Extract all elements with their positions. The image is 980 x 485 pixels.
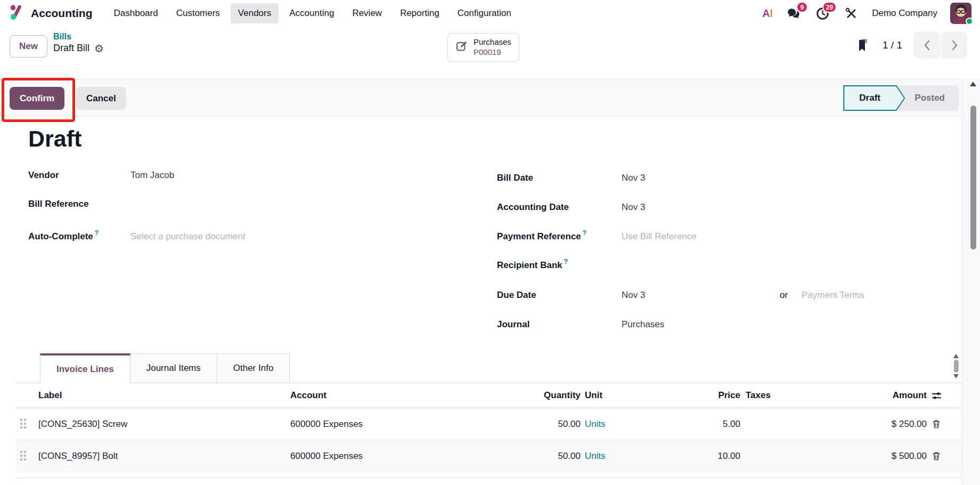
control-panel: New Bills Draft Bill ⚙ Purchases P00019 <box>0 27 980 79</box>
tab-invoice-lines[interactable]: Invoice Lines <box>40 353 130 383</box>
debug-tools-icon[interactable] <box>843 5 859 21</box>
notebook-scrollbar[interactable] <box>952 354 960 382</box>
state-posted[interactable]: Posted <box>897 85 959 111</box>
pager-counter: 1 / 1 <box>883 39 902 51</box>
linked-doc-ref: P00019 <box>473 47 511 58</box>
odoo-accounting-app: Accounting Dashboard Customers Vendors A… <box>0 0 980 485</box>
menu-dashboard[interactable]: Dashboard <box>107 3 166 23</box>
tab-journal-items[interactable]: Journal Items <box>130 353 217 383</box>
delete-row-icon[interactable] <box>927 418 962 430</box>
confirm-button[interactable]: Confirm <box>10 87 64 110</box>
table-row[interactable]: [CONS_25630] Screw 600000 Expenses 50.00… <box>16 408 962 440</box>
linked-doc-type: Purchases <box>473 37 511 47</box>
accounting-date-label: Accounting Date <box>497 202 569 213</box>
cell-amount: $ 250.00 <box>783 419 927 430</box>
notebook-tabs: Invoice Lines Journal Items Other Info <box>16 353 962 383</box>
scrollbar-up-arrow-icon[interactable] <box>970 82 976 86</box>
linked-purchase-button[interactable]: Purchases P00019 <box>447 33 519 62</box>
vendor-label: Vendor <box>28 170 59 181</box>
breadcrumb-current: Draft Bill <box>53 43 89 54</box>
navbar-right: AI 9 29 <box>762 3 971 24</box>
cancel-button[interactable]: Cancel <box>76 87 126 110</box>
activities-clock-icon[interactable]: 29 <box>814 5 830 21</box>
inner-scroll-up-icon[interactable] <box>953 354 959 358</box>
cell-account[interactable]: 600000 Expenses <box>290 419 530 430</box>
table-row[interactable]: [CONS_89957] Bolt 600000 Expenses 50.00 … <box>16 440 962 472</box>
recipient-bank-help-icon[interactable]: ? <box>564 258 568 265</box>
pager-next-button[interactable] <box>941 32 967 58</box>
menu-reporting[interactable]: Reporting <box>393 3 447 23</box>
auto-complete-label: Auto-Complete <box>28 231 93 242</box>
cell-unit[interactable]: Units <box>585 419 606 429</box>
delete-row-icon[interactable] <box>927 450 962 462</box>
auto-complete-help-icon[interactable]: ? <box>95 229 99 237</box>
menu-vendors[interactable]: Vendors <box>231 3 279 23</box>
accounting-date-field[interactable]: Nov 3 <box>622 202 645 213</box>
accounting-app-logo-icon <box>9 4 26 23</box>
payment-reference-label: Payment Reference <box>497 231 581 242</box>
bill-date-label: Bill Date <box>497 173 533 183</box>
top-navbar: Accounting Dashboard Customers Vendors A… <box>0 0 980 27</box>
journal-field[interactable]: Purchases <box>622 319 664 330</box>
cell-price[interactable]: 5.00 <box>618 419 740 430</box>
ai-icon[interactable]: AI <box>762 7 773 20</box>
main-menu: Dashboard Customers Vendors Accounting R… <box>107 3 519 23</box>
menu-configuration[interactable]: Configuration <box>450 3 519 23</box>
inner-scroll-thumb[interactable] <box>954 360 959 373</box>
activities-badge: 29 <box>822 2 837 13</box>
form-statusbar: Confirm Cancel Draft Posted <box>0 79 962 116</box>
recipient-bank-label: Recipient Bank <box>497 260 562 271</box>
state-draft[interactable]: Draft <box>843 85 905 111</box>
next-row-divider <box>16 478 962 478</box>
user-avatar[interactable] <box>950 3 971 24</box>
bill-reference-label: Bill Reference <box>28 199 88 209</box>
bill-form-sheet: Draft Vendor Tom Jacob Bill Reference Au… <box>0 116 962 485</box>
breadcrumb-bills-link[interactable]: Bills <box>53 32 104 42</box>
pager-previous-button[interactable] <box>914 32 940 58</box>
col-price[interactable]: Price <box>618 390 740 401</box>
messages-badge: 9 <box>796 2 808 13</box>
optional-columns-icon[interactable] <box>927 390 962 401</box>
cell-quantity[interactable]: 50.00 <box>530 451 581 462</box>
drag-handle-icon[interactable] <box>20 451 28 462</box>
new-button[interactable]: New <box>10 35 47 58</box>
payment-reference-field[interactable]: Use Bill Reference <box>622 231 697 242</box>
record-state-title: Draft <box>28 126 81 152</box>
cell-unit[interactable]: Units <box>585 451 606 461</box>
bookmark-icon[interactable] <box>855 37 871 53</box>
messages-icon[interactable]: 9 <box>786 5 802 21</box>
col-label[interactable]: Label <box>35 390 290 401</box>
cell-label[interactable]: [CONS_25630] Screw <box>35 419 290 430</box>
drag-handle-icon[interactable] <box>20 419 28 430</box>
col-account[interactable]: Account <box>290 390 530 401</box>
cell-label[interactable]: [CONS_89957] Bolt <box>35 451 290 462</box>
payment-reference-help-icon[interactable]: ? <box>583 229 586 237</box>
app-brand[interactable]: Accounting <box>9 4 93 23</box>
auto-complete-field[interactable]: Select a purchase document <box>130 231 245 242</box>
menu-customers[interactable]: Customers <box>169 3 227 23</box>
payment-terms-field[interactable]: Payment Terms <box>802 290 864 301</box>
edit-document-icon <box>455 40 468 55</box>
col-unit[interactable]: Unit <box>581 390 618 401</box>
company-switcher[interactable]: Demo Company <box>872 8 937 19</box>
col-amount[interactable]: Amount <box>783 390 927 401</box>
tab-other-info[interactable]: Other Info <box>217 353 290 383</box>
menu-accounting[interactable]: Accounting <box>282 3 341 23</box>
app-title: Accounting <box>31 7 93 20</box>
page-scrollbar-thumb[interactable] <box>970 106 976 249</box>
online-status-dot <box>966 18 973 25</box>
breadcrumb: Bills Draft Bill ⚙ <box>53 32 104 54</box>
inner-scroll-down-icon[interactable] <box>953 374 959 378</box>
or-separator: or <box>780 290 788 301</box>
vendor-field[interactable]: Tom Jacob <box>130 170 174 181</box>
due-date-field[interactable]: Nov 3 <box>622 290 645 301</box>
table-header: Label Account Quantity Unit Price Taxes … <box>16 383 962 408</box>
bill-date-field[interactable]: Nov 3 <box>622 173 645 183</box>
menu-review[interactable]: Review <box>345 3 389 23</box>
cell-price[interactable]: 10.00 <box>618 451 740 462</box>
cell-account[interactable]: 600000 Expenses <box>290 451 530 462</box>
cell-quantity[interactable]: 50.00 <box>530 419 581 430</box>
col-taxes[interactable]: Taxes <box>740 390 783 401</box>
col-quantity[interactable]: Quantity <box>530 390 581 401</box>
action-gear-icon[interactable]: ⚙ <box>94 43 104 54</box>
